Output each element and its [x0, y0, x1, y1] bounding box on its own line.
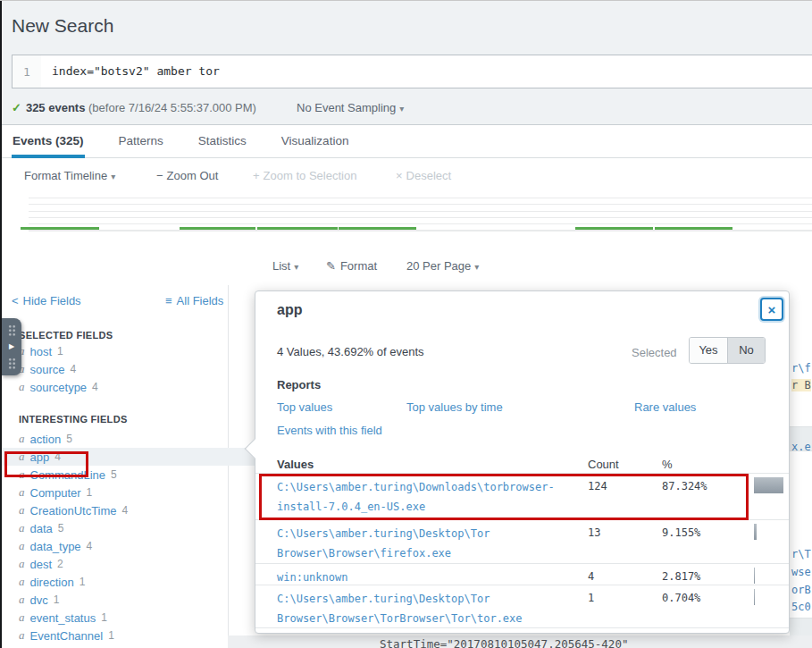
deselect-button[interactable]: ×Deselect [396, 169, 451, 182]
tab-visualization[interactable]: Visualization [280, 126, 350, 158]
field-count: 5 [58, 522, 64, 534]
caret-down-icon: ▾ [399, 104, 404, 114]
field-item-source[interactable]: a source 4 [2, 360, 228, 378]
format-timeline-button[interactable]: Format Timeline▾ [24, 169, 115, 182]
value-link[interactable]: C:\Users\amber.turing\Desktop\Tor Browse… [277, 524, 559, 563]
sidebar-drawer-handle[interactable]: ▶ [2, 318, 21, 375]
tab-patterns[interactable]: Patterns [118, 126, 164, 158]
interesting-fields-header: INTERESTING FIELDS [19, 414, 128, 425]
values-table: C:\Users\amber.turing\Downloads\torbrows… [255, 473, 789, 628]
field-item-direction[interactable]: a direction 1 [2, 573, 228, 591]
value-row: win:unknown 4 2.817% [255, 563, 789, 585]
plus-icon: + [253, 169, 260, 182]
field-item-host[interactable]: a host 1 [2, 342, 228, 360]
field-count: 4 [122, 504, 129, 517]
field-item-data[interactable]: a data 5 [2, 519, 228, 537]
list-view-dropdown[interactable]: List▾ [272, 259, 298, 273]
caret-down-icon: ▾ [294, 262, 298, 272]
popup-title: app [277, 302, 302, 318]
value-count: 1 [588, 592, 594, 604]
event-raw-text: StartTime="20170810105047.205645-420" [380, 637, 628, 648]
caret-down-icon: ▾ [111, 172, 115, 181]
background-text-fragment: x.e [791, 441, 811, 453]
timeline-bar [257, 227, 338, 230]
event-sampling-dropdown[interactable]: No Event Sampling▾ [297, 101, 404, 114]
field-popup-app: app × 4 Values, 43.692% of events Select… [255, 290, 790, 634]
field-type-icon: a [19, 485, 25, 500]
field-item-app[interactable]: a app 4 [2, 448, 255, 466]
field-count: 2 [57, 558, 63, 570]
top-values-by-time-link[interactable]: Top values by time [406, 400, 503, 414]
close-button[interactable]: × [760, 298, 783, 321]
events-with-field-link[interactable]: Events with this field [277, 424, 382, 437]
timeline-toolbar: Format Timeline▾ −Zoom Out +Zoom to Sele… [2, 158, 812, 193]
field-item-Computer[interactable]: a Computer 1 [2, 484, 228, 501]
field-name: Computer [30, 486, 81, 500]
field-item-dvc[interactable]: a dvc 1 [2, 591, 228, 609]
field-item-data_type[interactable]: a data_type 4 [2, 537, 228, 555]
field-item-EventChannel[interactable]: a EventChannel 1 [2, 627, 228, 644]
zoom-out-button[interactable]: −Zoom Out [156, 169, 218, 182]
field-type-icon: a [19, 628, 25, 643]
search-input[interactable]: index="botsv2" amber tor [52, 64, 220, 78]
background-text-fragment: r\f [791, 362, 811, 374]
hide-fields-button[interactable]: <Hide Fields [12, 294, 81, 307]
field-count: 5 [111, 468, 117, 481]
zoom-to-selection-button[interactable]: +Zoom to Selection [253, 169, 356, 182]
field-item-sourcetype[interactable]: a sourcetype 4 [2, 378, 228, 396]
timeline-bar [21, 227, 99, 230]
value-link[interactable]: C:\Users\amber.turing\Desktop\Tor Browse… [277, 589, 559, 628]
value-row: C:\Users\amber.turing\Downloads\torbrows… [255, 473, 789, 519]
field-count: 4 [87, 540, 93, 552]
field-item-dest[interactable]: a dest 2 [2, 555, 228, 573]
field-item-CommandLine[interactable]: a CommandLine 5 [2, 466, 228, 484]
interesting-fields-list: a action 5 a app 4 a CommandLine 5 a Com… [2, 430, 228, 644]
field-name: host [30, 345, 53, 358]
value-bar [754, 477, 788, 493]
value-link[interactable]: C:\Users\amber.turing\Downloads\torbrows… [277, 477, 559, 517]
x-icon: × [396, 169, 403, 182]
values-column-header: Values [277, 458, 314, 471]
event-time-range: (before 7/16/24 5:55:37.000 PM) [85, 101, 256, 114]
field-item-action[interactable]: a action 5 [2, 430, 228, 448]
field-type-icon: a [19, 539, 25, 553]
fields-sidebar: <Hide Fields ≡All Fields SELECTED FIELDS… [2, 285, 228, 648]
tab-statistics[interactable]: Statistics [197, 126, 247, 158]
event-row-separator [790, 618, 812, 619]
format-button[interactable]: ✎Format [326, 259, 377, 273]
field-count: 1 [101, 611, 107, 624]
field-name: source [30, 363, 65, 376]
field-type-icon: a [19, 575, 25, 589]
field-count: 5 [66, 433, 72, 445]
field-type-icon: a [19, 380, 25, 394]
value-count: 124 [588, 480, 607, 492]
value-bar [754, 568, 788, 584]
percent-column-header: % [662, 458, 673, 471]
drag-dots-icon [8, 324, 16, 336]
line-number: 1 [13, 55, 41, 88]
all-fields-button[interactable]: ≡All Fields [165, 294, 223, 307]
top-values-link[interactable]: Top values [277, 400, 332, 414]
field-item-event_status[interactable]: a event_status 1 [2, 609, 228, 627]
per-page-dropdown[interactable]: 20 Per Page▾ [406, 259, 479, 273]
selected-yes-button[interactable]: Yes [690, 338, 727, 363]
field-type-icon: a [19, 450, 25, 464]
page-title: New Search [12, 15, 113, 37]
selected-no-button[interactable]: No [727, 338, 765, 363]
field-name: app [30, 450, 50, 464]
field-name: CreationUtcTime [30, 504, 117, 518]
field-type-icon: a [19, 503, 25, 518]
field-count: 1 [80, 576, 86, 588]
event-timeline-chart[interactable] [2, 193, 812, 238]
field-name: dvc [30, 593, 48, 607]
field-count: 1 [54, 593, 60, 606]
background-text-fragment: orB [791, 584, 811, 596]
tab-events[interactable]: Events (325) [12, 126, 85, 158]
field-item-CreationUtcTime[interactable]: a CreationUtcTime 4 [2, 501, 228, 519]
value-bar [754, 524, 788, 540]
rare-values-link[interactable]: Rare values [634, 400, 696, 414]
check-icon: ✓ [12, 101, 21, 114]
field-count: 4 [92, 381, 98, 393]
count-column-header: Count [588, 458, 619, 471]
search-bar[interactable]: 1 index="botsv2" amber tor [12, 55, 812, 88]
